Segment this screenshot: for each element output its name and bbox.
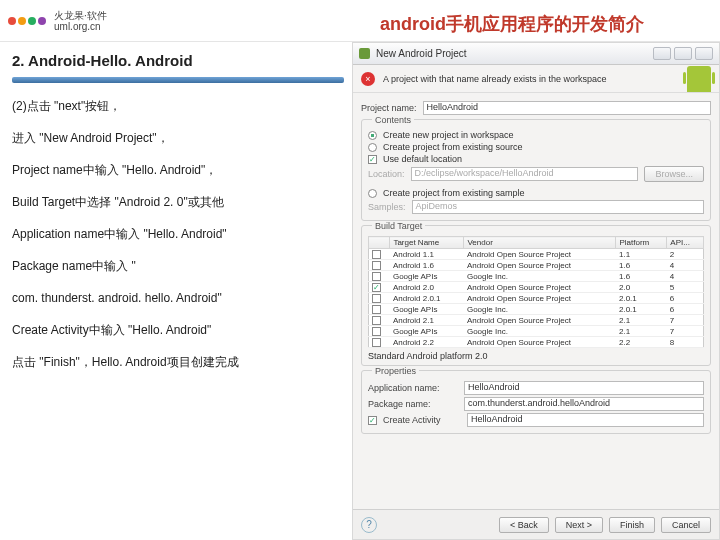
step-text: (2)点击 "next"按钮， — [12, 97, 344, 115]
step-text: 点击 "Finish"，Hello. Android项目创建完成 — [12, 353, 344, 371]
contents-group-label: Contents — [372, 115, 414, 125]
maximize-button[interactable] — [674, 47, 692, 60]
table-row[interactable]: Android 1.1Android Open Source Project1.… — [369, 249, 704, 260]
step-text: Application name中输入 "Hello. Android" — [12, 225, 344, 243]
package-name-input[interactable]: com.thunderst.android.helloAndroid — [464, 397, 704, 411]
checkbox-label: Use default location — [383, 154, 462, 164]
radio-new-project[interactable] — [368, 131, 377, 140]
location-label: Location: — [368, 169, 405, 179]
wizard-icon — [359, 48, 370, 59]
step-text: 进入 "New Android Project"， — [12, 129, 344, 147]
table-row[interactable]: Google APIsGoogle Inc.2.0.16 — [369, 304, 704, 315]
step-text: Create Activity中输入 "Hello. Android" — [12, 321, 344, 339]
logo-text-2: uml.org.cn — [54, 21, 107, 32]
dialog-subtitle: A project with that name already exists … — [383, 74, 607, 84]
table-row[interactable]: Google APIsGoogle Inc.2.17 — [369, 326, 704, 337]
step-text: Build Target中选择 "Android 2. 0"或其他 — [12, 193, 344, 211]
radio-existing-source[interactable] — [368, 143, 377, 152]
project-name-label: Project name: — [361, 103, 417, 113]
build-target-group-label: Build Target — [372, 221, 425, 231]
site-logo: 火龙果·软件 uml.org.cn — [8, 10, 107, 32]
target-summary: Standard Android platform 2.0 — [368, 351, 704, 361]
table-row[interactable]: Google APIsGoogle Inc.1.64 — [369, 271, 704, 282]
page-title: android手机应用程序的开发简介 — [380, 12, 644, 36]
step-text: Package name中输入 " — [12, 257, 344, 275]
project-name-input[interactable]: HelloAndroid — [423, 101, 711, 115]
package-name-label: Package name: — [368, 399, 458, 409]
android-icon — [687, 66, 711, 92]
radio-label: Create new project in workspace — [383, 130, 514, 140]
step-text: Project name中输入 "Hello. Android"， — [12, 161, 344, 179]
logo-text-1: 火龙果·软件 — [54, 10, 107, 21]
step-text: com. thunderst. android. hello. Android" — [12, 289, 344, 307]
browse-button: Browse... — [644, 166, 704, 182]
radio-label: Create project from existing sample — [383, 188, 525, 198]
table-row[interactable]: Android 2.1Android Open Source Project2.… — [369, 315, 704, 326]
target-table[interactable]: Target NameVendorPlatformAPI... Android … — [368, 236, 704, 348]
location-input: D:/eclipse/workspace/HelloAndroid — [411, 167, 639, 181]
instruction-pane: 2. Android-Hello. Android (2)点击 "next"按钮… — [0, 42, 352, 540]
next-button[interactable]: Next > — [555, 517, 603, 533]
create-activity-label: Create Activity — [383, 415, 461, 425]
wizard-dialog: New Android Project × A project with tha… — [352, 42, 720, 540]
app-name-input[interactable]: HelloAndroid — [464, 381, 704, 395]
minimize-button[interactable] — [653, 47, 671, 60]
table-row[interactable]: ✓Android 2.0Android Open Source Project2… — [369, 282, 704, 293]
samples-select: ApiDemos — [412, 200, 704, 214]
heading-underline — [12, 77, 344, 83]
create-activity-input[interactable]: HelloAndroid — [467, 413, 704, 427]
section-heading: 2. Android-Hello. Android — [12, 52, 344, 69]
finish-button[interactable]: Finish — [609, 517, 655, 533]
use-default-checkbox[interactable]: ✓ — [368, 155, 377, 164]
radio-existing-sample[interactable] — [368, 189, 377, 198]
error-icon: × — [361, 72, 375, 86]
app-name-label: Application name: — [368, 383, 458, 393]
properties-group-label: Properties — [372, 366, 419, 376]
radio-label: Create project from existing source — [383, 142, 523, 152]
close-button[interactable] — [695, 47, 713, 60]
help-icon[interactable]: ? — [361, 517, 377, 533]
table-row[interactable]: Android 1.6Android Open Source Project1.… — [369, 260, 704, 271]
table-row[interactable]: Android 2.0.1Android Open Source Project… — [369, 293, 704, 304]
create-activity-checkbox[interactable]: ✓ — [368, 416, 377, 425]
dialog-title: New Android Project — [376, 48, 467, 59]
table-row[interactable]: Android 2.2Android Open Source Project2.… — [369, 337, 704, 348]
cancel-button[interactable]: Cancel — [661, 517, 711, 533]
samples-label: Samples: — [368, 202, 406, 212]
back-button[interactable]: < Back — [499, 517, 549, 533]
